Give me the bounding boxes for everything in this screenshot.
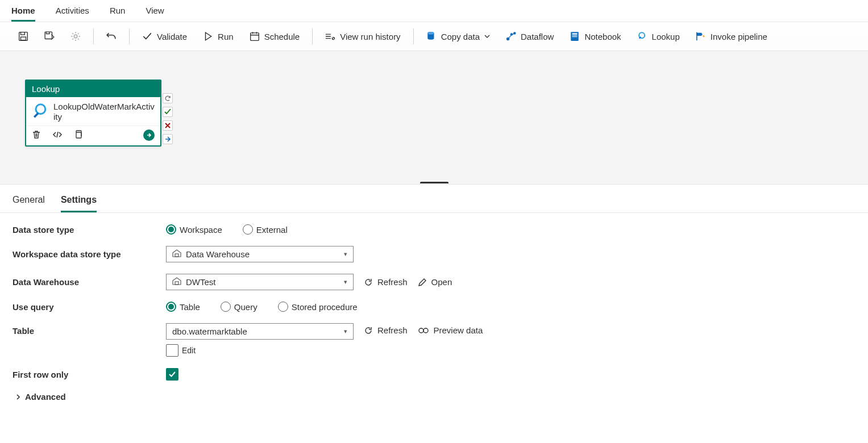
code-icon[interactable] (52, 130, 63, 141)
table-label: Table (13, 323, 166, 336)
label: Validate (157, 32, 187, 41)
schedule-button[interactable]: Schedule (243, 28, 307, 45)
detail-tabs: General Settings (0, 185, 868, 213)
activity-connectors (163, 93, 173, 144)
label: View run history (340, 32, 400, 41)
flag-icon (696, 31, 706, 41)
copy-data-button[interactable]: Copy data (420, 28, 497, 45)
divider (413, 28, 414, 44)
chevron-down-icon (484, 31, 490, 41)
edit-checkbox[interactable] (166, 344, 178, 357)
data-store-type-label: Data store type (13, 225, 166, 235)
radio-external[interactable]: External (243, 224, 288, 235)
svg-point-7 (427, 32, 434, 35)
chevron-down-icon: ▾ (344, 278, 347, 286)
gear-icon (70, 31, 81, 41)
tab-general[interactable]: General (13, 190, 45, 212)
toolbar: Validate Run Schedule View run history C… (0, 22, 868, 51)
history-icon (325, 31, 335, 41)
radio-query[interactable]: Query (221, 302, 258, 312)
save-as-button[interactable] (38, 28, 61, 45)
undo-icon (106, 31, 117, 41)
ws-data-store-type-select[interactable]: Data Warehouse ▾ (166, 246, 354, 262)
save-icon (18, 31, 28, 41)
run-button[interactable]: Run (196, 28, 240, 45)
activity-type: Lookup (26, 81, 160, 97)
chevron-down-icon: ▾ (344, 328, 347, 335)
refresh-table-button[interactable]: Refresh (364, 325, 408, 335)
check-icon (142, 31, 152, 41)
svg-rect-4 (250, 33, 259, 41)
tab-run[interactable]: Run (110, 2, 126, 22)
search-icon (32, 103, 48, 121)
activity-name: LookupOldWaterMarkActivity (53, 102, 155, 122)
first-row-only-label: First row only (13, 370, 166, 379)
edit-label: Edit (182, 346, 196, 355)
data-warehouse-label: Data Warehouse (13, 277, 166, 287)
svg-point-16 (36, 105, 45, 114)
save-as-icon (44, 31, 55, 41)
lookup-button[interactable]: Lookup (630, 28, 687, 45)
tab-settings[interactable]: Settings (61, 190, 97, 212)
label: Dataflow (521, 32, 554, 41)
divider (129, 28, 130, 44)
data-warehouse-select[interactable]: DWTest ▾ (166, 274, 354, 290)
label: Run (218, 32, 234, 41)
ws-data-store-type-label: Workspace data store type (13, 249, 166, 259)
svg-point-20 (419, 328, 423, 333)
copy-icon[interactable] (74, 130, 83, 141)
open-button[interactable]: Open (418, 277, 452, 287)
delete-icon[interactable] (32, 130, 41, 141)
dataflow-button[interactable]: Dataflow (499, 28, 560, 45)
validate-button[interactable]: Validate (135, 28, 194, 45)
undo-button[interactable] (99, 28, 123, 45)
svg-rect-12 (572, 33, 578, 34)
database-icon (426, 31, 437, 41)
divider (312, 28, 313, 44)
table-select[interactable]: dbo.watermarktable ▾ (166, 323, 354, 340)
panel-resize-handle[interactable] (420, 182, 448, 185)
label: Notebook (584, 32, 621, 41)
svg-rect-17 (76, 132, 81, 138)
notebook-button[interactable]: Notebook (563, 28, 628, 45)
preview-data-button[interactable]: Preview data (418, 325, 483, 335)
use-query-label: Use query (13, 302, 166, 312)
tab-activities[interactable]: Activities (56, 2, 89, 22)
pipeline-canvas[interactable]: Lookup LookupOldWaterMarkActivity (0, 51, 868, 185)
svg-rect-14 (572, 36, 578, 37)
svg-rect-18 (175, 254, 178, 257)
svg-point-3 (74, 35, 77, 38)
radio-workspace[interactable]: Workspace (166, 224, 222, 235)
svg-point-10 (513, 32, 516, 35)
connector-fail-icon[interactable] (163, 120, 173, 131)
connector-success-icon[interactable] (163, 107, 173, 117)
chevron-down-icon: ▾ (344, 250, 347, 258)
save-button[interactable] (11, 28, 35, 45)
advanced-toggle[interactable]: Advanced (15, 392, 66, 402)
radio-table[interactable]: Table (166, 302, 200, 312)
search-icon (637, 31, 647, 41)
svg-point-21 (423, 328, 428, 333)
radio-stored-procedure[interactable]: Stored procedure (278, 302, 358, 312)
tab-view[interactable]: View (146, 2, 164, 22)
tab-home[interactable]: Home (11, 2, 35, 22)
svg-rect-1 (21, 37, 26, 40)
view-run-history-button[interactable]: View run history (318, 28, 407, 45)
label: Copy data (441, 32, 480, 41)
run-activity-icon[interactable] (143, 129, 155, 141)
dataflow-icon (506, 31, 516, 41)
connector-skip-icon[interactable] (163, 134, 173, 144)
refresh-button[interactable]: Refresh (364, 277, 408, 287)
warehouse-icon (172, 249, 181, 259)
settings-form: Data store type Workspace External Works… (0, 213, 868, 419)
label: Lookup (652, 32, 680, 41)
divider (93, 28, 94, 44)
activity-card[interactable]: Lookup LookupOldWaterMarkActivity (25, 80, 161, 147)
ribbon-tabs: Home Activities Run View (0, 0, 868, 22)
chevron-right-icon (15, 394, 22, 400)
connector-retry-icon[interactable] (163, 93, 173, 103)
invoke-pipeline-button[interactable]: Invoke pipeline (689, 28, 774, 45)
label: Invoke pipeline (711, 32, 767, 41)
settings-button[interactable] (64, 28, 88, 45)
first-row-only-checkbox[interactable] (166, 368, 178, 381)
